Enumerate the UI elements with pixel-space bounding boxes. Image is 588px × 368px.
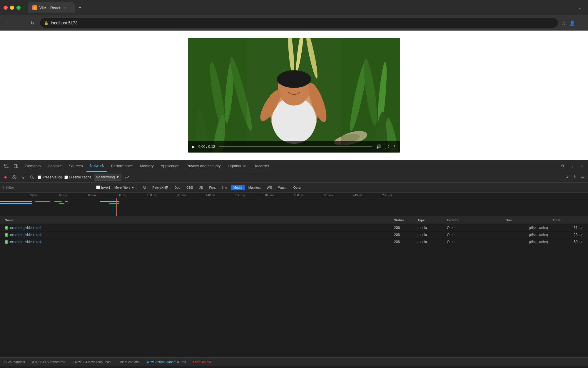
filter-chip-manifest[interactable]: Manifest — [246, 185, 263, 190]
tab-network[interactable]: Network — [86, 160, 108, 172]
timeline-tick: 80 ms — [118, 194, 126, 197]
menu-icon[interactable]: ⋮ — [579, 20, 583, 26]
table-row[interactable]: ▶ example_video.mp4 206 media Other (dis… — [0, 224, 588, 231]
invert-checkbox[interactable] — [96, 185, 100, 189]
filter-chip-font[interactable]: Font — [206, 185, 218, 190]
row-size: (disk cache) — [503, 226, 550, 230]
clear-button[interactable] — [11, 174, 18, 180]
row-type: media — [415, 226, 445, 230]
network-conditions-button[interactable] — [124, 174, 130, 180]
network-timeline[interactable]: 20 ms40 ms60 ms80 ms100 ms120 ms140 ms16… — [0, 193, 588, 216]
profile-icon[interactable]: 👤 — [569, 20, 575, 26]
throttle-select[interactable]: No throttling ▼ — [94, 174, 122, 181]
maximize-button[interactable] — [16, 6, 21, 10]
preserve-log-checkbox[interactable] — [38, 175, 41, 179]
tab-recorder[interactable]: Recorder — [250, 160, 273, 172]
video-right-controls: 🔊 ⛶ ⋮ — [376, 144, 396, 149]
load-status[interactable]: Load: 88 ms — [193, 360, 211, 364]
fullscreen-button[interactable]: ⛶ — [385, 144, 389, 149]
row-type-icon: ▶ — [5, 233, 8, 237]
header-name[interactable]: Name — [2, 218, 392, 222]
filter-chip-other[interactable]: Other — [291, 185, 304, 190]
table-row[interactable]: ▶ example_video.mp4 206 media Other (dis… — [0, 238, 588, 245]
header-type[interactable]: Type — [415, 218, 445, 222]
devtools-more-button[interactable]: ⋮ — [568, 162, 576, 170]
filter-button[interactable] — [20, 174, 26, 180]
tab-elements[interactable]: Elements — [21, 160, 44, 172]
timeline-tick: 20 ms — [29, 194, 37, 197]
network-settings-button[interactable]: ⚙ — [579, 174, 586, 180]
filter-chip-img[interactable]: Img — [219, 185, 230, 190]
filter-chip-media[interactable]: Media — [231, 185, 245, 190]
timeline-tick: 140 ms — [206, 194, 216, 197]
timeline-tick: 180 ms — [265, 194, 274, 197]
preserve-log-label[interactable]: Preserve log — [38, 175, 62, 179]
tab-expand-icon[interactable]: ⌄ — [576, 5, 584, 11]
tab-memory[interactable]: Memory — [136, 160, 157, 172]
timeline-tick: 240 ms — [353, 194, 363, 197]
play-button[interactable]: ▶ — [192, 144, 195, 149]
row-size: (disk cache) — [503, 240, 550, 244]
timeline-bars — [0, 198, 588, 216]
disable-cache-label[interactable]: Disable cache — [64, 175, 91, 179]
header-time[interactable]: Time — [550, 218, 586, 222]
more-filters-button[interactable]: More filters ▼ — [112, 185, 137, 190]
device-toolbar-button[interactable] — [12, 162, 20, 170]
filter-input[interactable] — [6, 185, 94, 190]
invert-label[interactable]: Invert — [96, 185, 110, 190]
import-button[interactable] — [564, 174, 570, 180]
row-status: 206 — [392, 240, 415, 244]
table-row[interactable]: ▶ example_video.mp4 206 media Other (dis… — [0, 231, 588, 238]
tab-close-button[interactable]: × — [63, 5, 67, 10]
filter-chip-ws[interactable]: WS — [264, 185, 275, 190]
more-options-button[interactable]: ⋮ — [392, 144, 396, 149]
new-tab-button[interactable]: + — [76, 4, 84, 12]
timeline-bar — [59, 203, 64, 204]
reload-button[interactable]: ↻ — [28, 19, 36, 27]
back-button[interactable]: ← — [5, 19, 13, 27]
browser-tab[interactable]: ⚡ Vite + React × — [28, 2, 75, 13]
timeline-bar — [109, 203, 119, 204]
tab-performance[interactable]: Performance — [107, 160, 136, 172]
status-bar: 3 / 24 requests 0 B / 4.4 kB transferred… — [0, 357, 588, 366]
filter-chip-all[interactable]: All — [140, 185, 149, 190]
filter-chip-wasm[interactable]: Wasm — [275, 185, 290, 190]
header-initiator[interactable]: Initiator — [445, 218, 503, 222]
close-button[interactable] — [4, 6, 8, 10]
search-button[interactable] — [29, 174, 35, 180]
export-button[interactable] — [572, 174, 578, 180]
resources-size: 2.6 MB / 3.9 MB resources — [72, 360, 111, 364]
row-type: media — [415, 240, 445, 244]
forward-button[interactable]: → — [16, 19, 25, 27]
filter-chips: AllFetch/XHRDocCSSJSFontImgMediaManifest… — [140, 185, 304, 190]
video-progress-bar[interactable] — [219, 146, 372, 147]
header-size[interactable]: Size — [503, 218, 550, 222]
header-status[interactable]: Status — [392, 218, 415, 222]
inspect-element-button[interactable] — [2, 162, 11, 170]
dom-content-loaded-status[interactable]: DOMContentLoaded: 87 ms — [146, 360, 186, 364]
tab-console[interactable]: Console — [44, 160, 65, 172]
star-icon[interactable]: ☆ — [562, 20, 566, 26]
filter-chip-fetch/xhr[interactable]: Fetch/XHR — [150, 185, 171, 190]
record-button[interactable]: ⏺ — [2, 174, 9, 180]
svg-rect-29 — [17, 165, 18, 167]
minimize-button[interactable] — [10, 6, 14, 10]
row-initiator: Other — [445, 233, 503, 237]
filter-chip-js[interactable]: JS — [197, 185, 206, 190]
tab-sources[interactable]: Sources — [65, 160, 86, 172]
filter-chip-doc[interactable]: Doc — [172, 185, 183, 190]
disable-cache-checkbox[interactable] — [64, 175, 68, 179]
timeline-bar — [35, 201, 50, 202]
video-player[interactable]: ▶ 0:00 / 0:12 🔊 ⛶ ⋮ — [188, 38, 400, 153]
network-table[interactable]: Name Status Type Initiator Size Time ▶ e… — [0, 216, 588, 357]
volume-button[interactable]: 🔊 — [376, 144, 381, 149]
devtools-settings-button[interactable]: ⚙ — [559, 162, 567, 170]
devtools-tab-icons: ⚙ ⋮ × — [559, 162, 586, 170]
row-type-icon: ▶ — [5, 226, 8, 230]
devtools-close-button[interactable]: × — [577, 162, 586, 170]
filter-chip-css[interactable]: CSS — [184, 185, 196, 190]
tab-lighthouse[interactable]: Lighthouse — [224, 160, 250, 172]
url-bar[interactable]: 🔒 localhost:5173 — [40, 18, 558, 28]
tab-privacy[interactable]: Privacy and security — [183, 160, 224, 172]
tab-application[interactable]: Application — [157, 160, 183, 172]
